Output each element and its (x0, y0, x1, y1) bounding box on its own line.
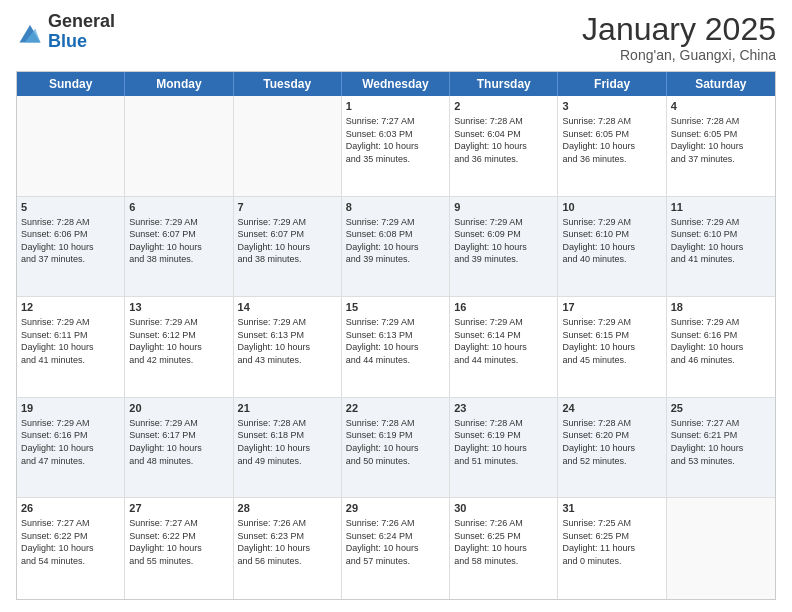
title-block: January 2025 Rong'an, Guangxi, China (582, 12, 776, 63)
month-title: January 2025 (582, 12, 776, 47)
day-number: 1 (346, 99, 445, 114)
calendar-cell: 23Sunrise: 7:28 AMSunset: 6:19 PMDayligh… (450, 398, 558, 498)
calendar-cell: 9Sunrise: 7:29 AMSunset: 6:09 PMDaylight… (450, 197, 558, 297)
calendar-header: SundayMondayTuesdayWednesdayThursdayFrid… (17, 72, 775, 96)
day-info-text: Sunrise: 7:28 AMSunset: 6:18 PMDaylight:… (238, 417, 337, 467)
calendar-body: 1Sunrise: 7:27 AMSunset: 6:03 PMDaylight… (17, 96, 775, 599)
calendar-cell: 18Sunrise: 7:29 AMSunset: 6:16 PMDayligh… (667, 297, 775, 397)
day-number: 16 (454, 300, 553, 315)
calendar-cell: 28Sunrise: 7:26 AMSunset: 6:23 PMDayligh… (234, 498, 342, 599)
calendar-cell: 11Sunrise: 7:29 AMSunset: 6:10 PMDayligh… (667, 197, 775, 297)
day-info-text: Sunrise: 7:28 AMSunset: 6:19 PMDaylight:… (454, 417, 553, 467)
page-header: General Blue January 2025 Rong'an, Guang… (16, 12, 776, 63)
day-info-text: Sunrise: 7:29 AMSunset: 6:16 PMDaylight:… (21, 417, 120, 467)
calendar-cell: 16Sunrise: 7:29 AMSunset: 6:14 PMDayligh… (450, 297, 558, 397)
day-number: 9 (454, 200, 553, 215)
day-number: 19 (21, 401, 120, 416)
day-info-text: Sunrise: 7:29 AMSunset: 6:07 PMDaylight:… (238, 216, 337, 266)
day-info-text: Sunrise: 7:27 AMSunset: 6:21 PMDaylight:… (671, 417, 771, 467)
day-info-text: Sunrise: 7:27 AMSunset: 6:03 PMDaylight:… (346, 115, 445, 165)
day-number: 15 (346, 300, 445, 315)
day-info-text: Sunrise: 7:29 AMSunset: 6:13 PMDaylight:… (346, 316, 445, 366)
calendar-row-1: 1Sunrise: 7:27 AMSunset: 6:03 PMDaylight… (17, 96, 775, 197)
calendar-cell: 12Sunrise: 7:29 AMSunset: 6:11 PMDayligh… (17, 297, 125, 397)
day-info-text: Sunrise: 7:28 AMSunset: 6:04 PMDaylight:… (454, 115, 553, 165)
calendar-cell: 1Sunrise: 7:27 AMSunset: 6:03 PMDaylight… (342, 96, 450, 196)
day-info-text: Sunrise: 7:29 AMSunset: 6:11 PMDaylight:… (21, 316, 120, 366)
day-number: 26 (21, 501, 120, 516)
day-info-text: Sunrise: 7:27 AMSunset: 6:22 PMDaylight:… (21, 517, 120, 567)
weekday-header-tuesday: Tuesday (234, 72, 342, 96)
logo-general-text: General (48, 12, 115, 32)
weekday-header-friday: Friday (558, 72, 666, 96)
calendar-cell (234, 96, 342, 196)
day-number: 21 (238, 401, 337, 416)
calendar-cell: 6Sunrise: 7:29 AMSunset: 6:07 PMDaylight… (125, 197, 233, 297)
day-info-text: Sunrise: 7:29 AMSunset: 6:17 PMDaylight:… (129, 417, 228, 467)
calendar-cell: 7Sunrise: 7:29 AMSunset: 6:07 PMDaylight… (234, 197, 342, 297)
calendar-cell: 15Sunrise: 7:29 AMSunset: 6:13 PMDayligh… (342, 297, 450, 397)
day-info-text: Sunrise: 7:28 AMSunset: 6:05 PMDaylight:… (562, 115, 661, 165)
day-number: 10 (562, 200, 661, 215)
calendar-cell: 5Sunrise: 7:28 AMSunset: 6:06 PMDaylight… (17, 197, 125, 297)
day-info-text: Sunrise: 7:29 AMSunset: 6:16 PMDaylight:… (671, 316, 771, 366)
calendar-cell: 27Sunrise: 7:27 AMSunset: 6:22 PMDayligh… (125, 498, 233, 599)
calendar-cell: 29Sunrise: 7:26 AMSunset: 6:24 PMDayligh… (342, 498, 450, 599)
weekday-header-monday: Monday (125, 72, 233, 96)
day-number: 29 (346, 501, 445, 516)
day-number: 5 (21, 200, 120, 215)
day-info-text: Sunrise: 7:29 AMSunset: 6:10 PMDaylight:… (562, 216, 661, 266)
day-number: 11 (671, 200, 771, 215)
day-info-text: Sunrise: 7:29 AMSunset: 6:08 PMDaylight:… (346, 216, 445, 266)
day-info-text: Sunrise: 7:29 AMSunset: 6:14 PMDaylight:… (454, 316, 553, 366)
weekday-header-wednesday: Wednesday (342, 72, 450, 96)
calendar-cell: 22Sunrise: 7:28 AMSunset: 6:19 PMDayligh… (342, 398, 450, 498)
day-info-text: Sunrise: 7:26 AMSunset: 6:25 PMDaylight:… (454, 517, 553, 567)
calendar-cell (17, 96, 125, 196)
calendar-cell: 25Sunrise: 7:27 AMSunset: 6:21 PMDayligh… (667, 398, 775, 498)
calendar-cell: 24Sunrise: 7:28 AMSunset: 6:20 PMDayligh… (558, 398, 666, 498)
calendar-cell: 30Sunrise: 7:26 AMSunset: 6:25 PMDayligh… (450, 498, 558, 599)
calendar-cell: 3Sunrise: 7:28 AMSunset: 6:05 PMDaylight… (558, 96, 666, 196)
day-number: 20 (129, 401, 228, 416)
day-number: 22 (346, 401, 445, 416)
calendar-cell: 8Sunrise: 7:29 AMSunset: 6:08 PMDaylight… (342, 197, 450, 297)
calendar-cell (667, 498, 775, 599)
day-info-text: Sunrise: 7:25 AMSunset: 6:25 PMDaylight:… (562, 517, 661, 567)
day-number: 23 (454, 401, 553, 416)
day-number: 30 (454, 501, 553, 516)
calendar-cell: 4Sunrise: 7:28 AMSunset: 6:05 PMDaylight… (667, 96, 775, 196)
calendar-row-3: 12Sunrise: 7:29 AMSunset: 6:11 PMDayligh… (17, 297, 775, 398)
logo-icon (16, 18, 44, 46)
calendar-cell: 19Sunrise: 7:29 AMSunset: 6:16 PMDayligh… (17, 398, 125, 498)
day-info-text: Sunrise: 7:28 AMSunset: 6:05 PMDaylight:… (671, 115, 771, 165)
day-number: 8 (346, 200, 445, 215)
calendar-cell: 13Sunrise: 7:29 AMSunset: 6:12 PMDayligh… (125, 297, 233, 397)
weekday-header-sunday: Sunday (17, 72, 125, 96)
location-text: Rong'an, Guangxi, China (582, 47, 776, 63)
calendar-cell: 21Sunrise: 7:28 AMSunset: 6:18 PMDayligh… (234, 398, 342, 498)
day-info-text: Sunrise: 7:27 AMSunset: 6:22 PMDaylight:… (129, 517, 228, 567)
day-info-text: Sunrise: 7:26 AMSunset: 6:24 PMDaylight:… (346, 517, 445, 567)
day-info-text: Sunrise: 7:28 AMSunset: 6:20 PMDaylight:… (562, 417, 661, 467)
calendar-row-2: 5Sunrise: 7:28 AMSunset: 6:06 PMDaylight… (17, 197, 775, 298)
calendar-cell: 2Sunrise: 7:28 AMSunset: 6:04 PMDaylight… (450, 96, 558, 196)
day-number: 31 (562, 501, 661, 516)
day-number: 7 (238, 200, 337, 215)
day-number: 2 (454, 99, 553, 114)
day-info-text: Sunrise: 7:28 AMSunset: 6:19 PMDaylight:… (346, 417, 445, 467)
day-number: 25 (671, 401, 771, 416)
calendar-cell: 31Sunrise: 7:25 AMSunset: 6:25 PMDayligh… (558, 498, 666, 599)
day-number: 3 (562, 99, 661, 114)
logo-text: General Blue (48, 12, 115, 52)
day-info-text: Sunrise: 7:29 AMSunset: 6:13 PMDaylight:… (238, 316, 337, 366)
day-number: 14 (238, 300, 337, 315)
calendar-cell: 26Sunrise: 7:27 AMSunset: 6:22 PMDayligh… (17, 498, 125, 599)
calendar-cell: 17Sunrise: 7:29 AMSunset: 6:15 PMDayligh… (558, 297, 666, 397)
weekday-header-thursday: Thursday (450, 72, 558, 96)
day-number: 28 (238, 501, 337, 516)
day-info-text: Sunrise: 7:29 AMSunset: 6:07 PMDaylight:… (129, 216, 228, 266)
day-number: 4 (671, 99, 771, 114)
day-number: 27 (129, 501, 228, 516)
calendar-cell: 10Sunrise: 7:29 AMSunset: 6:10 PMDayligh… (558, 197, 666, 297)
